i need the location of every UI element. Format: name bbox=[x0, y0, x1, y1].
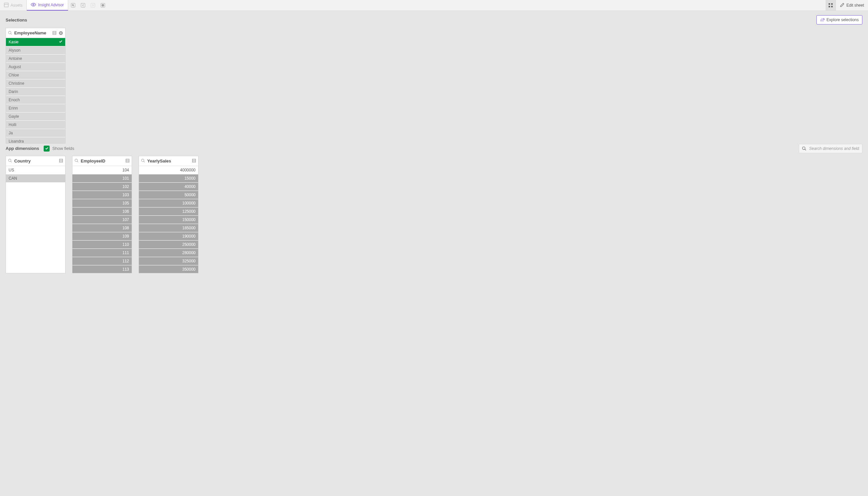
list-item[interactable]: 107 bbox=[73, 216, 132, 224]
svg-line-5 bbox=[74, 6, 74, 6]
list-item[interactable]: 104 bbox=[73, 166, 132, 174]
list-item-label: 4000000 bbox=[180, 168, 195, 172]
list-item-label: 101 bbox=[122, 176, 129, 181]
list-item[interactable]: 113 bbox=[73, 265, 132, 273]
svg-rect-14 bbox=[828, 6, 830, 7]
svg-line-42 bbox=[144, 161, 145, 162]
list-item-label: 113 bbox=[122, 267, 129, 272]
list-item[interactable]: Darin bbox=[6, 88, 65, 96]
dimension-listbox: YearlySales40000001500040000500001000001… bbox=[139, 156, 199, 273]
search-icon[interactable] bbox=[8, 158, 12, 164]
svg-rect-23 bbox=[53, 31, 56, 35]
svg-rect-43 bbox=[192, 159, 196, 162]
list-item[interactable]: 185000 bbox=[139, 224, 198, 232]
assets-label: Assets bbox=[11, 3, 22, 7]
list-item[interactable]: 250000 bbox=[139, 241, 198, 249]
list-item[interactable]: 50000 bbox=[139, 191, 198, 199]
listbox-body: USCAN bbox=[6, 166, 65, 273]
list-item[interactable]: US bbox=[6, 166, 65, 174]
svg-line-37 bbox=[77, 161, 78, 162]
listbox-menu-icon[interactable] bbox=[59, 158, 63, 164]
step-forward-button bbox=[88, 0, 98, 11]
list-item[interactable]: 100000 bbox=[139, 199, 198, 207]
search-icon[interactable] bbox=[141, 158, 145, 164]
grid-view-button[interactable] bbox=[826, 0, 836, 11]
svg-point-31 bbox=[9, 159, 11, 161]
step-back-button[interactable] bbox=[78, 0, 88, 11]
list-item[interactable]: Antoine bbox=[6, 55, 65, 63]
list-item[interactable]: August bbox=[6, 63, 65, 71]
svg-rect-12 bbox=[828, 3, 830, 5]
assets-button[interactable]: Assets bbox=[0, 0, 27, 11]
selections-heading: Selections bbox=[6, 17, 27, 22]
search-icon[interactable] bbox=[8, 31, 12, 35]
show-fields-label: Show fields bbox=[52, 146, 74, 151]
list-item[interactable]: 111 bbox=[73, 249, 132, 257]
list-item[interactable]: 109 bbox=[73, 232, 132, 241]
list-item-label: 112 bbox=[122, 259, 129, 263]
list-item[interactable]: 101 bbox=[73, 174, 132, 183]
dimensions-search-input[interactable] bbox=[809, 146, 859, 151]
listbox-menu-icon[interactable] bbox=[52, 31, 57, 35]
list-item[interactable]: Enoch bbox=[6, 96, 65, 104]
assets-icon bbox=[4, 3, 9, 8]
list-item[interactable]: Kasie bbox=[6, 38, 65, 46]
list-item-label: Christine bbox=[9, 81, 24, 86]
list-item-label: 325000 bbox=[182, 259, 195, 263]
svg-rect-6 bbox=[81, 3, 85, 7]
smart-search-button[interactable] bbox=[68, 0, 78, 11]
employee-name-listbox: EmployeeName KasieAlysonAntoineAugustChl… bbox=[6, 28, 65, 144]
list-item[interactable]: 190000 bbox=[139, 232, 198, 241]
list-item-label: 105 bbox=[122, 201, 129, 205]
search-icon[interactable] bbox=[75, 158, 79, 164]
listbox-menu-icon[interactable] bbox=[192, 158, 196, 164]
list-item[interactable]: 112 bbox=[73, 257, 132, 265]
list-item[interactable]: 150000 bbox=[139, 216, 198, 224]
list-item[interactable]: 125000 bbox=[139, 207, 198, 216]
svg-point-4 bbox=[72, 4, 74, 6]
svg-rect-13 bbox=[831, 3, 833, 5]
list-item[interactable]: 350000 bbox=[139, 265, 198, 273]
list-item[interactable]: 4000000 bbox=[139, 166, 198, 174]
list-item[interactable]: Chloe bbox=[6, 71, 65, 79]
list-item[interactable]: 103 bbox=[73, 191, 132, 199]
list-item[interactable]: 108 bbox=[73, 224, 132, 232]
list-item[interactable]: 102 bbox=[73, 183, 132, 191]
list-item-label: Ja bbox=[9, 131, 13, 135]
list-item[interactable]: Holli bbox=[6, 121, 65, 129]
svg-rect-3 bbox=[71, 3, 75, 7]
list-item-label: 102 bbox=[122, 184, 129, 189]
search-icon bbox=[802, 146, 806, 151]
listbox-menu-icon[interactable] bbox=[125, 158, 130, 164]
dimension-listbox: EmployeeID104101102103105106107108109110… bbox=[72, 156, 132, 273]
listbox-header: EmployeeName bbox=[6, 28, 65, 38]
list-item[interactable]: 106 bbox=[73, 207, 132, 216]
edit-sheet-button[interactable]: Edit sheet bbox=[836, 0, 868, 11]
list-item[interactable]: Lisandra bbox=[6, 137, 65, 143]
list-item[interactable]: Gayle bbox=[6, 112, 65, 121]
explore-selections-button[interactable]: Explore selections bbox=[816, 15, 862, 25]
check-icon bbox=[45, 146, 49, 150]
dimensions-search[interactable] bbox=[799, 144, 862, 153]
list-item[interactable]: 280000 bbox=[139, 249, 198, 257]
list-item[interactable]: 105 bbox=[73, 199, 132, 207]
edit-sheet-label: Edit sheet bbox=[847, 3, 864, 7]
list-item-label: 125000 bbox=[182, 209, 195, 214]
clear-field-icon[interactable] bbox=[59, 31, 63, 35]
list-item-label: 107 bbox=[122, 217, 129, 222]
list-item[interactable]: Alyson bbox=[6, 46, 65, 55]
list-item[interactable]: 325000 bbox=[139, 257, 198, 265]
list-item-label: Holli bbox=[9, 122, 16, 127]
show-fields-toggle[interactable] bbox=[44, 145, 50, 152]
list-item[interactable]: Ja bbox=[6, 129, 65, 137]
clear-selections-button[interactable] bbox=[98, 0, 108, 11]
list-item[interactable]: CAN bbox=[6, 174, 65, 183]
svg-rect-7 bbox=[91, 3, 95, 7]
list-item[interactable]: 15000 bbox=[139, 174, 198, 183]
list-item[interactable]: Christine bbox=[6, 79, 65, 88]
list-item[interactable]: 40000 bbox=[139, 183, 198, 191]
list-item[interactable]: 110 bbox=[73, 241, 132, 249]
insight-advisor-button[interactable]: Insight Advisor bbox=[27, 0, 68, 11]
svg-point-2 bbox=[33, 4, 34, 5]
list-item[interactable]: Erinn bbox=[6, 104, 65, 112]
